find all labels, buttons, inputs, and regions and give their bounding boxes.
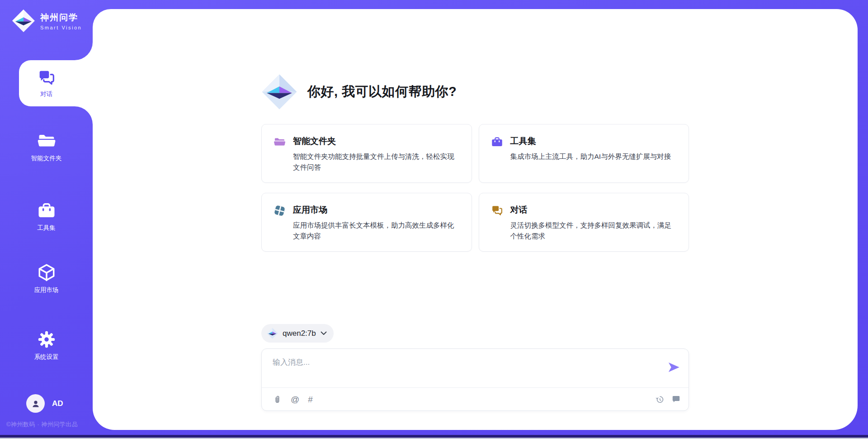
card-smart-folder[interactable]: 智能文件夹 智能文件夹功能支持批量文件上传与清洗，轻松实现文件问答 — [261, 124, 472, 183]
briefcase-icon — [491, 135, 504, 172]
card-description: 集成市场上主流工具，助力AI与外界无缝扩展与对接 — [510, 151, 671, 162]
grid-icon — [274, 204, 286, 240]
sidebar-item-label: 应用市场 — [34, 286, 59, 294]
send-icon[interactable] — [667, 360, 681, 374]
card-description: 智能文件夹功能支持批量文件上传与清洗，轻松实现文件问答 — [293, 151, 460, 173]
sidebar-item-label: 系统设置 — [34, 353, 59, 361]
composer-toolbar: @ # — [273, 388, 681, 411]
card-title: 应用市场 — [293, 204, 460, 216]
composer-area: qwen2:7b — [261, 324, 689, 411]
model-selector[interactable]: qwen2:7b — [261, 324, 334, 343]
avatar — [26, 394, 45, 413]
paperclip-icon[interactable] — [273, 395, 282, 404]
card-title: 工具集 — [510, 135, 671, 147]
cube-icon — [37, 263, 56, 282]
gear-icon — [37, 330, 56, 349]
sidebar-item-label: 工具集 — [37, 224, 56, 232]
card-description: 灵活切换多模型文件，支持多样回复效果调试，满足个性化需求 — [510, 220, 677, 242]
card-app-market[interactable]: 应用市场 应用市场提供丰富长文本模板，助力高效生成多样化文章内容 — [261, 193, 472, 252]
chat-bubble-icon[interactable] — [671, 395, 681, 404]
folder-icon — [37, 131, 56, 150]
message-composer: @ # — [261, 348, 689, 411]
chat-icon — [491, 204, 504, 240]
brand-subtitle: Smart Vision — [40, 25, 82, 30]
sidebar-item-toolset[interactable]: 工具集 — [0, 201, 93, 232]
greeting-block: 你好, 我可以如何帮助你? — [261, 74, 689, 110]
greeting-title: 你好, 我可以如何帮助你? — [307, 83, 457, 101]
user-name: AD — [52, 399, 63, 408]
brand-diamond-icon — [12, 9, 35, 33]
folder-icon — [274, 135, 286, 172]
sidebar-item-app-market[interactable]: 应用市场 — [0, 263, 93, 294]
card-description: 应用市场提供丰富长文本模板，助力高效生成多样化文章内容 — [293, 220, 460, 242]
chat-icon — [38, 69, 56, 87]
sidebar-item-folders[interactable]: 智能文件夹 — [0, 131, 93, 162]
sidebar-item-label: 对话 — [40, 90, 52, 98]
main-content: 你好, 我可以如何帮助你? 智能文件夹 智能文件夹功能支持批量文件上传与清洗，轻… — [93, 9, 858, 430]
tab-fillet-bottom — [75, 106, 93, 124]
user-profile[interactable]: AD — [26, 394, 63, 413]
model-diamond-icon — [267, 328, 278, 339]
brand-logo: 神州问学 Smart Vision — [12, 9, 82, 33]
at-icon[interactable]: @ — [291, 395, 299, 404]
card-title: 智能文件夹 — [293, 135, 460, 147]
person-icon — [30, 398, 41, 409]
card-title: 对话 — [510, 204, 677, 216]
sidebar-item-chat[interactable]: 对话 — [0, 60, 93, 106]
briefcase-icon — [37, 201, 56, 220]
card-chat[interactable]: 对话 灵活切换多模型文件，支持多样回复效果调试，满足个性化需求 — [479, 193, 689, 252]
assistant-diamond-icon — [261, 74, 297, 110]
history-icon[interactable] — [655, 395, 665, 404]
hash-icon[interactable]: # — [308, 395, 313, 404]
chevron-down-icon — [321, 331, 327, 335]
tab-fillet-top — [75, 42, 93, 60]
feature-cards: 智能文件夹 智能文件夹功能支持批量文件上传与清洗，轻松实现文件问答 — [261, 124, 689, 252]
copyright-footer: ©神州数码 · 神州问学出品 — [6, 420, 97, 429]
app-window: 神州问学 Smart Vision 对话 智能文件夹 工具集 — [0, 0, 868, 439]
brand-name: 神州问学 — [40, 12, 82, 24]
card-toolset[interactable]: 工具集 集成市场上主流工具，助力AI与外界无缝扩展与对接 — [479, 124, 689, 183]
model-name: qwen2:7b — [283, 329, 316, 338]
message-input[interactable] — [273, 357, 643, 368]
sidebar-item-settings[interactable]: 系统设置 — [0, 330, 93, 361]
sidebar-item-label: 智能文件夹 — [31, 154, 62, 162]
